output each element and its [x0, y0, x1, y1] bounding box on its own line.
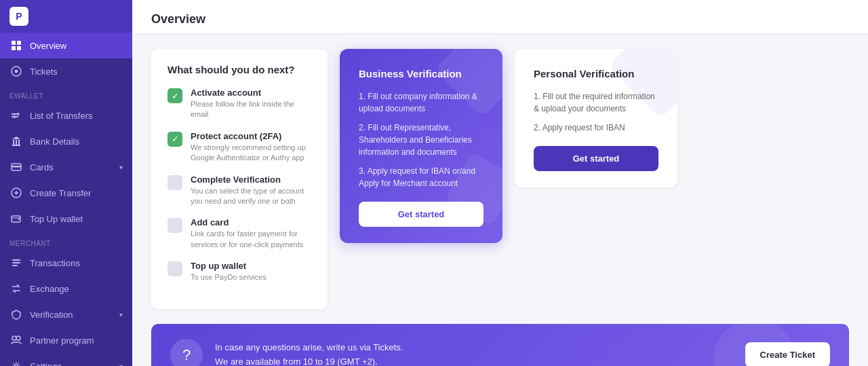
- sidebar-item-label: Transactions: [30, 258, 123, 268]
- sidebar-item-label: Create Transfer: [30, 188, 123, 198]
- banner-line2: We are available from 10 to 19 (GMT +2).: [215, 355, 745, 366]
- step-desc: To use PayDo services: [191, 272, 311, 282]
- step-desc: We strongly recommend setting up Google …: [191, 143, 311, 164]
- step-title: Top up wallet: [191, 261, 311, 271]
- sidebar-item-transactions[interactable]: Transactions: [0, 250, 132, 276]
- sidebar-logo: P: [0, 0, 132, 33]
- step-add-card: Add card Link cards for faster payment f…: [167, 217, 311, 250]
- step-check-pending: [167, 218, 182, 233]
- business-verification-card: Business Verification 1. Fill out compan…: [340, 49, 502, 243]
- sidebar-item-cards[interactable]: Cards ▾: [0, 154, 132, 180]
- banner-line1: In case any questions arise, write us vi…: [215, 341, 745, 355]
- svg-rect-0: [12, 41, 16, 45]
- svg-rect-11: [13, 140, 14, 145]
- ticket-icon: [9, 65, 23, 78]
- svg-marker-9: [13, 115, 15, 119]
- wallet-icon: [9, 212, 23, 225]
- main-content: Overview What should you do next? ✓ Acti…: [132, 0, 868, 366]
- sidebar-item-verification[interactable]: Verification ▾: [0, 301, 132, 327]
- next-steps-card: What should you do next? ✓ Activate acco…: [151, 49, 328, 309]
- grid-icon: [9, 39, 23, 52]
- biz-get-started-button[interactable]: Get started: [359, 202, 484, 227]
- biz-card-heading: Business Verification: [359, 68, 484, 79]
- sidebar-item-label: Cards: [30, 162, 119, 172]
- page-title: Overview: [151, 12, 849, 26]
- sidebar-item-label: Top Up wallet: [30, 214, 123, 224]
- step-title: Protect account (2FA): [191, 131, 311, 141]
- sidebar-item-list-of-transfers[interactable]: List of Transfers: [0, 103, 132, 128]
- svg-marker-14: [12, 136, 20, 139]
- sidebar-item-label: List of Transfers: [30, 111, 123, 121]
- svg-rect-16: [12, 166, 21, 168]
- svg-rect-6: [12, 113, 18, 115]
- svg-rect-12: [16, 140, 17, 145]
- page-header: Overview: [132, 0, 868, 34]
- bank-icon: [9, 134, 23, 148]
- sidebar-item-exchange[interactable]: Exchange: [0, 276, 132, 301]
- svg-rect-1: [17, 41, 21, 45]
- step-title: Add card: [191, 217, 311, 227]
- help-icon: ?: [170, 339, 203, 366]
- sidebar-item-label: Bank Details: [30, 136, 123, 147]
- step-check-done: ✓: [167, 132, 182, 147]
- step-check-done: ✓: [167, 88, 182, 103]
- personal-point-1: 1. Fill out the required information & u…: [534, 90, 658, 115]
- sidebar-item-create-transfer[interactable]: Create Transfer: [0, 180, 132, 206]
- biz-point-2: 2. Fill out Representative, Shareholders…: [359, 122, 484, 158]
- sidebar-item-label: Verification: [30, 310, 119, 320]
- create-ticket-button[interactable]: Create Ticket: [745, 342, 830, 366]
- svg-point-26: [16, 336, 20, 340]
- svg-point-21: [18, 218, 19, 219]
- step-activate-account: ✓ Activate account Please follow the lin…: [167, 88, 311, 120]
- svg-rect-23: [12, 262, 20, 263]
- section-ewallet: eWallet: [0, 84, 132, 103]
- bottom-banner: ? In case any questions arise, write us …: [151, 324, 849, 366]
- sidebar-item-label: Exchange: [30, 284, 123, 294]
- sidebar-item-label: Settings: [30, 361, 119, 367]
- chevron-down-icon: ▾: [119, 311, 123, 318]
- step-desc: Please follow the link inside the email: [191, 99, 311, 120]
- sidebar-item-overview[interactable]: Overview: [0, 33, 132, 58]
- svg-marker-7: [18, 112, 20, 116]
- card-icon: [9, 160, 23, 174]
- step-title: Activate account: [191, 88, 311, 98]
- biz-point-3: 3. Apply request for IBAN or/and Apply f…: [359, 165, 484, 189]
- svg-rect-24: [12, 265, 18, 266]
- personal-get-started-button[interactable]: Get started: [534, 146, 658, 171]
- content-area: What should you do next? ✓ Activate acco…: [132, 34, 868, 366]
- sidebar-item-label: Tickets: [30, 67, 123, 77]
- svg-rect-22: [12, 259, 20, 261]
- sidebar-item-top-up-wallet[interactable]: Top Up wallet: [0, 206, 132, 232]
- sidebar-item-bank-details[interactable]: Bank Details: [0, 128, 132, 154]
- section-merchant: Merchant: [0, 232, 132, 250]
- partner-icon: [9, 333, 23, 347]
- svg-rect-13: [18, 140, 20, 145]
- list-icon: [9, 256, 23, 270]
- svg-point-25: [12, 336, 16, 340]
- svg-rect-10: [12, 145, 20, 146]
- sidebar-item-label: Partner program: [30, 335, 123, 346]
- sidebar-item-partner-program[interactable]: Partner program: [0, 327, 132, 353]
- personal-verification-card: Personal Verification 1. Fill out the re…: [515, 49, 677, 187]
- biz-point-1: 1. Fill out company information & upload…: [359, 90, 484, 115]
- sidebar-item-label: Overview: [30, 41, 123, 51]
- step-desc: Link cards for faster payment for servic…: [191, 229, 311, 250]
- step-desc: You can select the type of account you n…: [191, 186, 311, 207]
- personal-card-heading: Personal Verification: [534, 68, 658, 79]
- shield-icon: [9, 308, 23, 321]
- transfer-icon: [9, 109, 23, 122]
- personal-point-2: 2. Apply request for IBAN: [534, 122, 658, 134]
- gear-icon: [9, 359, 23, 366]
- chevron-down-icon: ▾: [119, 164, 123, 171]
- sidebar-item-settings[interactable]: Settings ▾: [0, 353, 132, 366]
- sidebar: P Overview Tickets eWallet List of Trans…: [0, 0, 132, 366]
- exchange-icon: [9, 282, 23, 295]
- chevron-down-icon: ▾: [119, 363, 123, 367]
- step-protect-account: ✓ Protect account (2FA) We strongly reco…: [167, 131, 311, 164]
- logo-icon: P: [9, 7, 28, 26]
- svg-rect-3: [17, 46, 21, 50]
- sidebar-item-tickets[interactable]: Tickets: [0, 58, 132, 84]
- svg-rect-2: [12, 46, 16, 50]
- svg-point-5: [15, 70, 18, 73]
- step-check-pending: [167, 175, 182, 190]
